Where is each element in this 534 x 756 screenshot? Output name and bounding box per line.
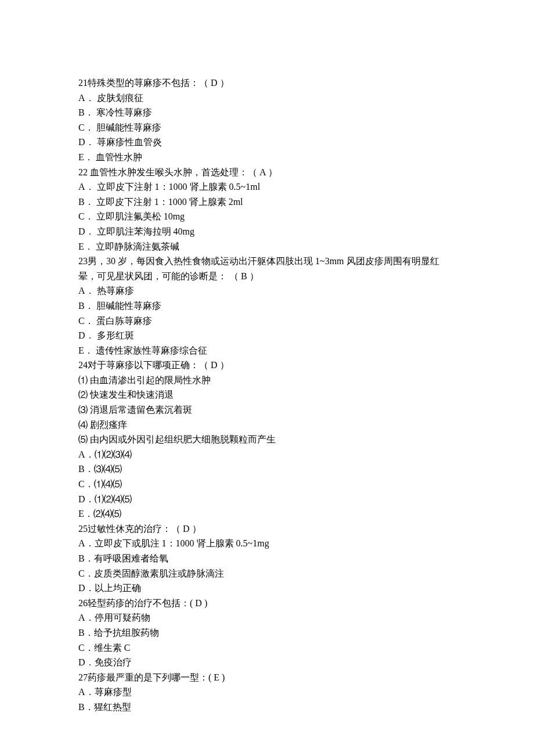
option: ⑸ 由内因或外因引起组织肥大细胞脱颗粒而产生 <box>78 432 456 447</box>
document-page: 21特殊类型的荨麻疹不包括：（ D ） A． 皮肤划痕征 B． 寒冷性荨麻疹 C… <box>0 0 534 756</box>
question-block: 26轻型药疹的治疗不包括：( D ) A．停用可疑药物 B．给予抗组胺药物 C．… <box>78 596 456 670</box>
option: A． 立即皮下注射 1：1000 肾上腺素 0.5~1ml <box>78 179 456 195</box>
option: E． 立即静脉滴注氨茶碱 <box>78 239 456 254</box>
option: C．⑴⑷⑸ <box>78 477 456 492</box>
option: B． 寒冷性荨麻疹 <box>78 105 456 120</box>
option: A．停用可疑药物 <box>78 610 456 625</box>
option: B．有呼吸困难者给氧 <box>78 551 456 566</box>
option: A．立即皮下或肌注 1：1000 肾上腺素 0.5~1mg <box>78 536 456 551</box>
question-block: 27药疹最严重的是下列哪一型：( E ) A．荨麻疹型 B．猩红热型 <box>78 670 456 715</box>
option: B．⑶⑷⑸ <box>78 462 456 477</box>
option: C． 立即肌注氟美松 10mg <box>78 209 456 224</box>
option: A．荨麻疹型 <box>78 685 456 700</box>
question-block: 24对于荨麻疹以下哪项正确：（ D ） ⑴ 由血清渗出引起的限局性水肿 ⑵ 快速… <box>78 358 456 521</box>
option: A． 皮肤划痕征 <box>78 91 456 106</box>
question-stem: 22 血管性水肿发生喉头水肿，首选处理：（ A ） <box>78 165 456 180</box>
option: A．⑴⑵⑶⑷ <box>78 447 456 462</box>
option: E．⑵⑷⑸ <box>78 506 456 521</box>
option: D． 多形红斑 <box>78 328 456 343</box>
question-block: 21特殊类型的荨麻疹不包括：（ D ） A． 皮肤划痕征 B． 寒冷性荨麻疹 C… <box>78 75 456 165</box>
option: B． 立即皮下注射 1：1000 肾上腺素 2ml <box>78 195 456 210</box>
option: C． 胆碱能性荨麻疹 <box>78 120 456 135</box>
question-stem: 25过敏性休克的治疗：（ D ） <box>78 521 456 537</box>
question-block: 23男，30 岁，每因食入热性食物或运动出汗躯体四肢出现 1~3mm 风团皮疹周… <box>78 254 456 358</box>
question-block: 25过敏性休克的治疗：（ D ） A．立即皮下或肌注 1：1000 肾上腺素 0… <box>78 521 456 596</box>
option: A． 热荨麻疹 <box>78 283 456 298</box>
option: E． 遗传性家族性荨麻疹综合征 <box>78 343 456 358</box>
option: D．⑴⑵⑷⑸ <box>78 492 456 507</box>
option: ⑵ 快速发生和快速消退 <box>78 387 456 402</box>
question-block: 22 血管性水肿发生喉头水肿，首选处理：（ A ） A． 立即皮下注射 1：10… <box>78 165 456 254</box>
question-stem: 23男，30 岁，每因食入热性食物或运动出汗躯体四肢出现 1~3mm 风团皮疹周… <box>78 254 456 283</box>
question-stem: 26轻型药疹的治疗不包括：( D ) <box>78 596 456 611</box>
option: D．以上均正确 <box>78 581 456 596</box>
option: C． 蛋白胨荨麻疹 <box>78 314 456 329</box>
option: D． 立即肌注苯海拉明 40mg <box>78 224 456 239</box>
question-stem: 21特殊类型的荨麻疹不包括：（ D ） <box>78 75 456 91</box>
option: C．维生素 C <box>78 640 456 656</box>
option: ⑶ 消退后常遗留色素沉着斑 <box>78 402 456 417</box>
option: D． 荨麻疹性血管炎 <box>78 135 456 150</box>
option: B． 胆碱能性荨麻疹 <box>78 298 456 314</box>
option: B．猩红热型 <box>78 700 456 715</box>
option: E． 血管性水肿 <box>78 150 456 165</box>
option: C．皮质类固醇激素肌注或静脉滴注 <box>78 566 456 581</box>
question-stem: 24对于荨麻疹以下哪项正确：（ D ） <box>78 358 456 373</box>
option: ⑴ 由血清渗出引起的限局性水肿 <box>78 373 456 388</box>
question-stem: 27药疹最严重的是下列哪一型：( E ) <box>78 670 456 685</box>
option: ⑷ 剧烈瘙痒 <box>78 417 456 433</box>
option: B．给予抗组胺药物 <box>78 625 456 640</box>
option: D．免疫治疗 <box>78 655 456 670</box>
